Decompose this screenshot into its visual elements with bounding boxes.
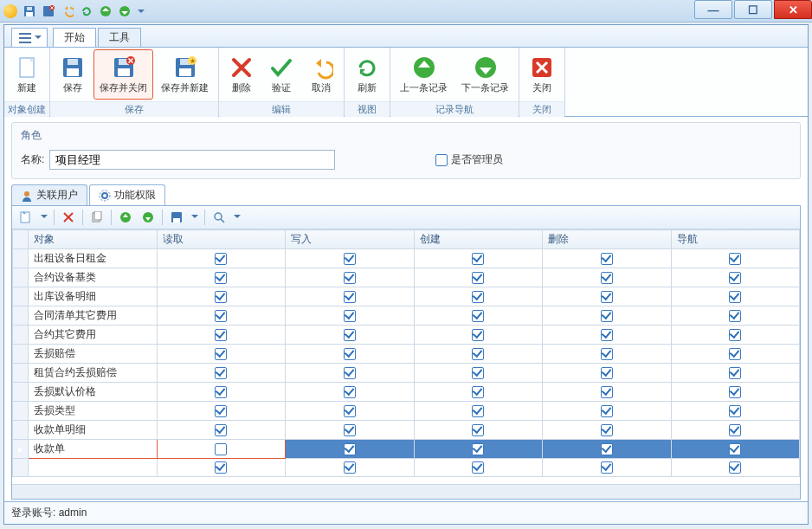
object-name-cell[interactable]: 合同清单其它费用 [29,306,158,326]
column-header[interactable]: 创建 [414,230,543,249]
perm-cell[interactable] [414,326,543,345]
prev-button[interactable]: 上一条记录 [394,49,454,100]
perm-cell[interactable] [543,364,672,383]
checkbox[interactable] [729,348,741,360]
qat-save-close-icon[interactable] [42,4,55,18]
perm-cell[interactable] [414,287,543,306]
checkbox[interactable] [472,405,484,417]
object-name-cell[interactable]: 丢损赔偿 [29,345,158,364]
checkbox[interactable] [472,310,484,322]
perm-cell[interactable] [671,268,800,287]
object-name-cell[interactable]: 合约其它费用 [29,326,158,345]
perm-cell[interactable] [671,364,800,383]
perm-cell[interactable] [286,326,415,345]
perm-cell[interactable] [671,440,800,459]
perm-cell[interactable] [543,268,672,287]
checkbox[interactable] [215,443,227,455]
perm-cell[interactable] [543,249,672,268]
perm-cell[interactable] [543,383,672,402]
perm-cell[interactable] [414,421,543,440]
checkbox[interactable] [215,310,227,322]
save-new-button[interactable]: ★保存并新建 [155,49,215,100]
perm-cell[interactable] [543,306,672,326]
checkbox[interactable] [472,291,484,303]
table-row[interactable]: 丢损赔偿 [13,345,800,364]
checkbox[interactable] [472,424,484,436]
horizontal-scrollbar[interactable] [12,484,800,499]
checkbox[interactable] [344,405,356,417]
perm-cell[interactable] [286,421,415,440]
qat-undo-icon[interactable] [61,4,74,18]
perm-cell[interactable] [157,421,286,440]
checkbox[interactable] [601,424,613,436]
checkbox[interactable] [601,348,613,360]
checkbox[interactable] [729,424,741,436]
up-button[interactable] [117,209,134,226]
perm-cell[interactable] [286,364,415,383]
grid-scroll-area[interactable]: 对象读取写入创建删除导航出租设备日租金合约设备基类出库设备明细合同清单其它费用合… [12,229,800,484]
perm-cell[interactable] [671,326,800,345]
subtab-perms[interactable]: 功能权限 [89,184,165,205]
checkbox[interactable] [729,329,741,341]
table-row[interactable]: 合同清单其它费用 [13,306,800,326]
perm-cell[interactable] [671,287,800,306]
perm-cell[interactable] [157,345,286,364]
object-name-cell[interactable]: 丢损类型 [29,402,158,421]
checkbox[interactable] [215,386,227,398]
window-close-button[interactable]: ✕ [774,0,812,19]
qat-dropdown-icon[interactable] [137,4,145,18]
checkbox[interactable] [729,461,741,474]
admin-checkbox[interactable] [435,154,448,166]
table-row[interactable]: 合约其它费用 [13,326,800,345]
perm-cell[interactable] [286,459,415,477]
perm-cell[interactable] [414,306,543,326]
checkbox[interactable] [472,443,484,455]
perm-cell[interactable] [414,402,543,421]
admin-checkbox-group[interactable]: 是否管理员 [435,152,503,167]
delete-button[interactable]: 删除 [222,49,261,100]
perm-cell[interactable] [414,364,543,383]
perm-cell[interactable] [157,440,286,459]
checkbox[interactable] [215,329,227,341]
checkbox[interactable] [472,348,484,360]
perm-cell[interactable] [414,249,543,268]
column-header[interactable]: 写入 [286,230,415,249]
new-row-button[interactable] [17,209,35,226]
new-button[interactable]: 新建 [8,49,46,100]
checkbox[interactable] [344,386,356,398]
perm-cell[interactable] [157,306,286,326]
checkbox[interactable] [344,348,356,360]
minimize-button[interactable]: — [694,0,732,19]
checkbox[interactable] [215,424,227,436]
perm-cell[interactable] [543,421,672,440]
checkbox[interactable] [344,424,356,436]
delete-row-button[interactable] [60,209,77,226]
perm-cell[interactable] [157,383,286,402]
qat-refresh-icon[interactable] [80,4,93,18]
object-name-cell[interactable]: 收款单 [29,440,158,459]
next-button[interactable]: 下一条记录 [455,49,515,100]
checkbox[interactable] [472,386,484,398]
checkbox[interactable] [729,405,741,417]
checkbox[interactable] [344,310,356,322]
save-button[interactable]: 保存 [54,49,92,100]
perm-cell[interactable] [157,249,286,268]
table-row[interactable]: 出库设备明细 [13,287,800,306]
perm-cell[interactable] [286,287,415,306]
checkbox[interactable] [601,443,613,455]
checkbox[interactable] [601,253,613,265]
maximize-button[interactable]: ☐ [734,0,772,19]
checkbox[interactable] [601,461,613,474]
checkbox[interactable] [472,253,484,265]
checkbox[interactable] [344,253,356,265]
subtab-users[interactable]: 关联用户 [11,184,87,205]
checkbox[interactable] [215,461,227,474]
checkbox[interactable] [729,253,741,265]
checkbox[interactable] [472,367,484,379]
table-row[interactable]: ▸收款单 [13,440,800,459]
perm-cell[interactable] [286,440,415,459]
perm-cell[interactable] [286,402,415,421]
perm-cell[interactable] [671,383,800,402]
object-name-cell[interactable]: 丢损默认价格 [29,383,158,402]
perm-cell[interactable] [414,268,543,287]
